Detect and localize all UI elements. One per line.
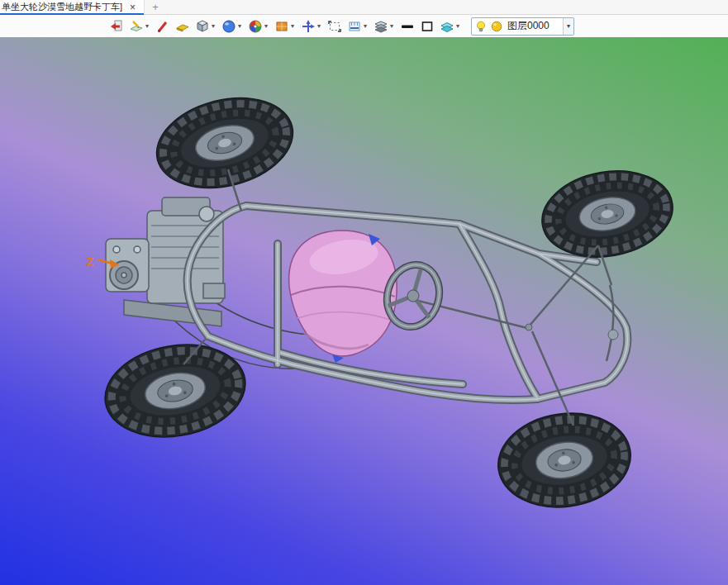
selection-box-icon[interactable] <box>326 17 344 36</box>
measure-grid-icon[interactable]: ▾ <box>345 17 370 36</box>
tire-front-right-top[interactable] <box>535 161 680 267</box>
document-tab-title: 单坐大轮沙漠雪地越野卡丁车] <box>2 1 122 13</box>
new-tab-button[interactable]: + <box>145 0 166 14</box>
engine-block[interactable] <box>106 197 225 326</box>
layer-combo[interactable]: 图层0000 ▾ <box>471 17 574 36</box>
sphere-render-icon[interactable]: ▾ <box>220 17 245 36</box>
tire-front-right-bottom[interactable] <box>492 405 636 516</box>
dropdown-arrow-icon[interactable]: ▾ <box>388 23 395 30</box>
render-pencil-icon[interactable]: ▾ <box>127 17 152 36</box>
steering-arm-joint <box>526 324 532 331</box>
dropdown-arrow-icon[interactable]: ▾ <box>316 23 322 30</box>
dropdown-arrow-icon[interactable]: ▾ <box>144 23 150 30</box>
cyan-sheets-icon[interactable]: ▾ <box>438 17 463 36</box>
cad-window: 单坐大轮沙漠雪地越野卡丁车] × + ▾ ▾ ▾ ▾ <box>0 0 728 585</box>
tire-rear-left[interactable] <box>147 84 302 202</box>
layer-visibility-bulb-icon[interactable] <box>474 20 488 33</box>
viewport-3d[interactable]: Z <box>0 37 728 585</box>
document-tab[interactable]: 单坐大轮沙漠雪地越野卡丁车] × <box>0 0 145 14</box>
quick-toolbar: ▾ ▾ ▾ ▾ ▾ ▾ <box>0 15 728 37</box>
cube-display-icon[interactable]: ▾ <box>193 17 218 36</box>
dropdown-arrow-icon[interactable]: ▾ <box>362 23 369 30</box>
color-wheel-icon[interactable]: ▾ <box>246 17 271 36</box>
tire-rear-left-bottom[interactable] <box>98 334 253 447</box>
layer-name-value: 图层0000 <box>506 19 560 33</box>
fill-swatch-icon[interactable] <box>418 17 436 36</box>
kingpin-joint <box>608 330 618 340</box>
dropdown-arrow-icon[interactable]: ▾ <box>210 23 216 30</box>
orange-box-icon[interactable]: ▾ <box>273 17 297 36</box>
layers-stack-icon[interactable]: ▾ <box>372 17 397 36</box>
navigate-compass-icon[interactable]: ▾ <box>299 17 324 36</box>
red-pen-icon[interactable] <box>154 17 172 36</box>
z-axis-label: Z <box>86 254 93 269</box>
line-width-icon[interactable] <box>398 17 416 36</box>
tab-close-icon[interactable]: × <box>128 2 137 12</box>
tab-bar: 单坐大轮沙漠雪地越野卡丁车] × + <box>0 0 728 15</box>
layer-dropdown-icon[interactable]: ▾ <box>563 18 573 35</box>
layer-color-icon[interactable] <box>490 20 503 33</box>
dropdown-arrow-icon[interactable]: ▾ <box>263 23 269 30</box>
exit-to-sheet-icon[interactable] <box>107 17 126 36</box>
dropdown-arrow-icon[interactable]: ▾ <box>454 23 461 30</box>
dropdown-arrow-icon[interactable]: ▾ <box>289 23 296 30</box>
seat-shell[interactable] <box>289 231 397 363</box>
dropdown-arrow-icon[interactable]: ▾ <box>236 23 243 30</box>
3d-model-canvas[interactable]: Z <box>0 37 728 585</box>
gold-sheet-icon[interactable] <box>174 17 192 36</box>
